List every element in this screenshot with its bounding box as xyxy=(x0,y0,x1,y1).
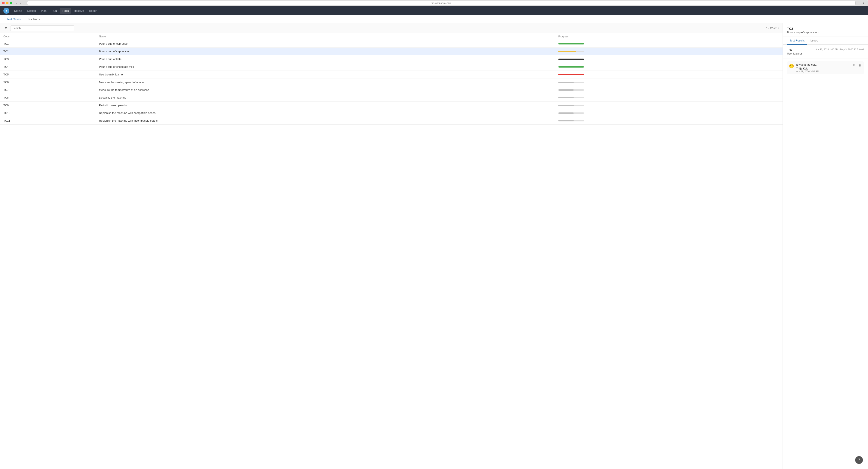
col-header-progress: Progress xyxy=(555,33,782,40)
cell-name: Pour a cup of chocolate milk xyxy=(95,63,555,71)
cell-name: Periodic rinse operation xyxy=(95,101,555,109)
left-panel: ▼ 1 - 12 of 12 Code Name Progress TC1 Po… xyxy=(0,23,782,469)
test-run-code: TR2 xyxy=(787,48,793,51)
right-tab-test-results[interactable]: Test Results xyxy=(787,37,807,45)
nav-item-resolve[interactable]: Resolve xyxy=(72,8,86,14)
test-cases-table: Code Name Progress TC1 Pour a cup of esp… xyxy=(0,33,782,125)
col-header-code: Code xyxy=(0,33,95,40)
cell-progress xyxy=(555,40,782,48)
table-row[interactable]: TC9 Periodic rinse operation xyxy=(0,101,782,109)
cell-code: TC1 xyxy=(0,40,95,48)
nav-item-report[interactable]: Report xyxy=(87,8,99,14)
cell-progress xyxy=(555,71,782,79)
cell-name: Pour a cup of espresso xyxy=(95,40,555,48)
right-panel-header: TC2 Pour a cup of cappuccino xyxy=(783,23,868,37)
cell-code: TC4 xyxy=(0,63,95,71)
comment-delete-button[interactable]: 🗑 xyxy=(857,63,862,67)
progress-bar-container xyxy=(558,59,584,60)
right-tab-issues[interactable]: Issues xyxy=(807,37,820,45)
traffic-light-minimize[interactable] xyxy=(6,2,8,4)
search-input[interactable] xyxy=(10,25,74,31)
cell-name: Pour a cup of latte xyxy=(95,55,555,63)
cell-code: TC11 xyxy=(0,117,95,125)
table-row[interactable]: TC2 Pour a cup of cappuccino xyxy=(0,48,782,55)
cell-progress xyxy=(555,55,782,63)
comment-view-button[interactable]: 👁 xyxy=(852,63,857,67)
table-row[interactable]: TC4 Pour a cup of chocolate milk xyxy=(0,63,782,71)
browser-reload-button[interactable]: ↻ xyxy=(861,1,866,5)
cell-progress xyxy=(555,101,782,109)
nav-item-run[interactable]: Run xyxy=(50,8,59,14)
table-row[interactable]: TC1 Pour a cup of espresso xyxy=(0,40,782,48)
progress-bar-container xyxy=(558,82,584,83)
main-layout: ▼ 1 - 12 of 12 Code Name Progress TC1 Po… xyxy=(0,23,868,469)
cell-progress xyxy=(555,86,782,94)
cell-progress xyxy=(555,79,782,86)
cell-code: TC9 xyxy=(0,101,95,109)
cell-name: Pour a cup of cappuccino xyxy=(95,48,555,55)
table-row[interactable]: TC3 Pour a cup of latte xyxy=(0,55,782,63)
window-chrome: ‹ › tm.testmonitor.com ↻ xyxy=(0,0,868,6)
browser-forward-button[interactable]: › xyxy=(19,1,22,5)
filter-button[interactable]: ▼ xyxy=(3,25,8,31)
top-navigation: + Define Design Plan Run Track Resolve R… xyxy=(0,6,868,16)
cell-code: TC8 xyxy=(0,94,95,101)
toolbar: ▼ 1 - 12 of 12 xyxy=(0,23,782,33)
progress-bar-container xyxy=(558,43,584,45)
progress-bar-container xyxy=(558,112,584,114)
cell-progress xyxy=(555,109,782,117)
cell-name: Use the milk foamer xyxy=(95,71,555,79)
cell-code: TC10 xyxy=(0,109,95,117)
traffic-light-maximize[interactable] xyxy=(10,2,12,4)
nav-item-define[interactable]: Define xyxy=(12,8,24,14)
tabs-bar: Test Cases Test Runs xyxy=(0,16,868,23)
table-row[interactable]: TC8 Decalcify the machine xyxy=(0,94,782,101)
table-row[interactable]: TC10 Replenish the machine with compatib… xyxy=(0,109,782,117)
right-panel: TC2 Pour a cup of cappuccino Test Result… xyxy=(782,23,868,469)
pagination-label: 1 - 12 of 12 xyxy=(766,27,779,30)
test-run-dates: Apr 28, 2020 1:00 AM - May 3, 2020 12:59… xyxy=(815,48,864,51)
cell-code: TC7 xyxy=(0,86,95,94)
cell-progress xyxy=(555,48,782,55)
comment-author: Thijs Kok xyxy=(796,67,862,70)
comment-actions: 👁 🗑 xyxy=(852,63,862,67)
cell-name: Decalcify the machine xyxy=(95,94,555,101)
tab-test-runs[interactable]: Test Runs xyxy=(24,16,43,23)
right-panel-subtitle: Pour a cup of cappuccino xyxy=(787,31,864,34)
cell-code: TC6 xyxy=(0,79,95,86)
cell-name: Replenish the machine with compatible be… xyxy=(95,109,555,117)
traffic-light-close[interactable] xyxy=(2,2,5,4)
nav-item-plan[interactable]: Plan xyxy=(39,8,49,14)
test-run-name: User features xyxy=(787,52,864,55)
right-panel-tabs: Test Results Issues xyxy=(783,37,868,45)
tab-test-cases[interactable]: Test Cases xyxy=(3,16,24,23)
progress-bar-container xyxy=(558,105,584,106)
nav-item-track[interactable]: Track xyxy=(60,8,71,14)
comment-sentiment-icon: 😐 xyxy=(789,63,794,69)
table-row[interactable]: TC7 Measure the temperature of an espres… xyxy=(0,86,782,94)
browser-back-button[interactable]: ‹ xyxy=(16,1,18,5)
logo-icon: + xyxy=(3,8,9,14)
cell-code: TC3 xyxy=(0,55,95,63)
comment-item: 😐 It was a tad cold. Thijs Kok Apr 29, 2… xyxy=(787,61,864,75)
cell-name: Measure the serving speed of a latte xyxy=(95,79,555,86)
progress-bar-container xyxy=(558,89,584,91)
browser-nav-buttons: ‹ › xyxy=(16,1,22,5)
right-panel-title: TC2 xyxy=(787,27,864,30)
table-row[interactable]: TC11 Replenish the machine with incompat… xyxy=(0,117,782,125)
table-header-row: Code Name Progress xyxy=(0,33,782,40)
col-header-name: Name xyxy=(95,33,555,40)
help-button[interactable]: ? xyxy=(855,456,863,464)
table-row[interactable]: TC5 Use the milk foamer xyxy=(0,71,782,79)
comment-section: 😐 It was a tad cold. Thijs Kok Apr 29, 2… xyxy=(783,59,868,77)
progress-bar-container xyxy=(558,120,584,121)
cell-progress xyxy=(555,63,782,71)
progress-bar-container xyxy=(558,51,584,52)
address-bar[interactable]: tm.testmonitor.com xyxy=(27,1,856,5)
nav-item-design[interactable]: Design xyxy=(25,8,38,14)
cell-progress xyxy=(555,94,782,101)
table-row[interactable]: TC6 Measure the serving speed of a latte xyxy=(0,79,782,86)
test-run-header: TR2 Apr 28, 2020 1:00 AM - May 3, 2020 1… xyxy=(787,48,864,51)
cell-name: Replenish the machine with incompatible … xyxy=(95,117,555,125)
progress-bar-container xyxy=(558,97,584,98)
